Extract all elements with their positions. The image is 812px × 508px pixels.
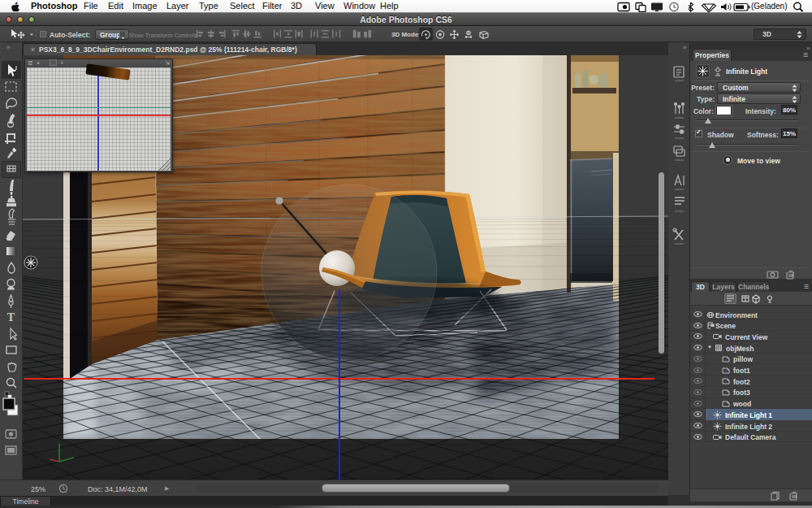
svg-text:T: T — [7, 311, 15, 323]
